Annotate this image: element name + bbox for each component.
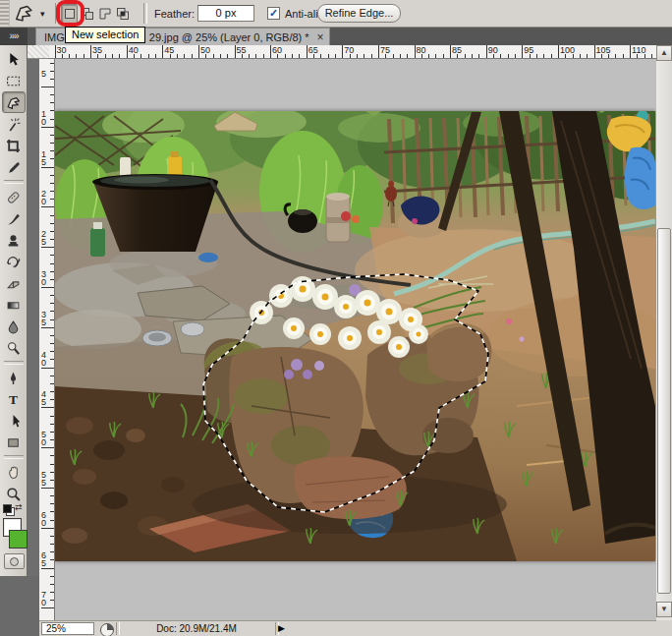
ruler-label: 50 [41, 431, 48, 446]
ruler-tick [41, 167, 54, 168]
lasso-tool-icon [6, 95, 21, 110]
history-brush-tool[interactable] [2, 251, 26, 272]
ruler-tick [378, 45, 379, 58]
ruler-label: 15 [41, 150, 48, 166]
chevron-down-icon[interactable]: ▾ [40, 9, 45, 19]
intersect-selections-button[interactable] [114, 4, 131, 24]
rectangular-marquee-tool[interactable] [2, 70, 26, 91]
options-bar-grip[interactable] [0, 0, 10, 27]
blur-tool-icon [6, 319, 21, 334]
path-selection-tool-icon [6, 414, 21, 429]
scroll-down-button[interactable]: ▼ [656, 602, 672, 617]
ruler-label: 5 [41, 70, 48, 78]
refine-edge-button[interactable]: Refine Edge... [317, 4, 401, 23]
tools-panel-collapse-button[interactable]: »» [0, 28, 28, 45]
vertical-scrollbar[interactable]: ▲ ▼ [656, 45, 672, 620]
horizontal-ruler[interactable]: 3035404550556065707580859095100105110 [49, 45, 656, 59]
spot-healing-brush-tool-icon [6, 190, 21, 204]
document-tab-title-suffix: 29.jpg @ 25% (Layer 0, RGB/8) * [149, 31, 309, 43]
rectangle-tool[interactable] [2, 432, 26, 453]
ruler-tick [198, 45, 199, 58]
dodge-tool[interactable] [2, 337, 26, 359]
svg-text:T: T [9, 392, 18, 407]
eyedropper-tool[interactable] [2, 156, 26, 178]
path-selection-tool[interactable] [2, 410, 26, 432]
canvas-photo[interactable] [55, 111, 655, 561]
quick-selection-tool[interactable] [2, 113, 26, 135]
crop-tool-icon [6, 139, 21, 153]
photo-green-bottle [90, 228, 105, 257]
ruler-tick [235, 45, 236, 58]
tool-preset-picker[interactable]: ▾ [14, 3, 55, 25]
crop-tool[interactable] [2, 135, 26, 156]
ruler-tick [41, 447, 54, 448]
rectangular-marquee-tool-icon [6, 74, 21, 88]
brush-tool[interactable] [2, 207, 26, 229]
ruler-label: 20 [41, 190, 48, 205]
eraser-tool[interactable] [2, 272, 26, 294]
subtract-from-selection-button[interactable] [96, 4, 113, 24]
ruler-label: 10 [41, 110, 48, 126]
pen-tool-icon [6, 371, 21, 385]
pen-tool[interactable] [2, 367, 26, 388]
lasso-tool[interactable] [2, 91, 26, 113]
type-tool[interactable]: T [2, 388, 26, 410]
new-selection-button[interactable] [61, 4, 78, 24]
spot-healing-brush-tool[interactable] [2, 186, 26, 207]
ruler-tick [41, 327, 54, 328]
anti-alias-checkbox[interactable]: ✓ [267, 7, 280, 20]
quick-selection-tool-icon [6, 117, 21, 132]
ruler-tick [594, 45, 595, 58]
clone-stamp-tool[interactable] [2, 229, 26, 251]
ruler-tick [41, 247, 54, 248]
workspace-background [0, 576, 39, 636]
add-to-selection-button[interactable] [79, 4, 95, 24]
move-tool[interactable] [2, 48, 26, 70]
tools-divider [4, 361, 24, 365]
status-flyout-arrow-icon[interactable]: ▶ [278, 622, 285, 635]
ruler-label: 65 [41, 551, 48, 567]
background-color-swatch[interactable] [9, 530, 28, 549]
polygonal-lasso-icon [14, 3, 35, 25]
ruler-label: 55 [41, 471, 48, 487]
ruler-tick [41, 368, 54, 369]
ruler-tick [41, 607, 54, 608]
ruler-tick [162, 45, 163, 58]
history-brush-tool-icon [6, 255, 21, 269]
eraser-tool-icon [6, 276, 21, 291]
ruler-label: 40 [41, 351, 48, 367]
zoom-tool[interactable] [2, 483, 26, 504]
ruler-tick [522, 45, 523, 58]
ruler-tick [55, 45, 56, 58]
close-icon[interactable]: × [317, 32, 324, 42]
gradient-tool[interactable] [2, 294, 26, 316]
gradient-tool-icon [6, 298, 21, 313]
move-tool-icon [6, 52, 21, 67]
separator [55, 3, 59, 24]
feather-input[interactable]: 0 px [197, 5, 254, 22]
ruler-tick [41, 287, 54, 288]
ruler-tick [307, 45, 308, 58]
separator [143, 3, 147, 24]
vertical-scrollbar-thumb[interactable] [657, 228, 671, 594]
tools-list: T [0, 45, 27, 504]
ruler-tick [270, 45, 271, 58]
default-colors-icon[interactable] [3, 504, 14, 515]
vertical-ruler[interactable]: 510152025303540455055606570 [39, 59, 55, 620]
quick-mask-button[interactable] [4, 553, 25, 569]
hand-tool[interactable] [2, 461, 26, 483]
ruler-tick [41, 87, 54, 87]
document-size-info[interactable]: Doc: 20.9M/21.4M [118, 622, 275, 635]
ruler-label: 45 [41, 390, 48, 406]
eyedropper-tool-icon [6, 160, 21, 175]
color-swatch-area: ⇄ [0, 502, 28, 576]
zoom-level-input[interactable]: 25% [41, 622, 94, 635]
ruler-tick [415, 45, 416, 58]
canvas-viewport[interactable] [55, 59, 656, 620]
scroll-up-button[interactable]: ▲ [656, 45, 672, 61]
ruler-label: 30 [41, 270, 48, 286]
swap-colors-icon[interactable]: ⇄ [15, 502, 23, 512]
blur-tool[interactable] [2, 316, 26, 337]
tools-panel: T ⇄ [0, 45, 28, 576]
photoshop-window: ▾ Feather: 0 px ✓ Anti-alias Refine Edge… [0, 0, 672, 636]
